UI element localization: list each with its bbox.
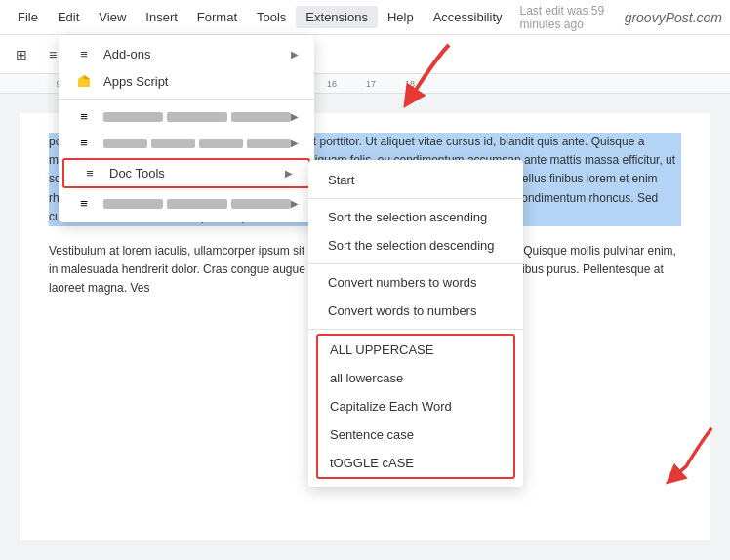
menu-item-blurred-1[interactable]: ≡ ▶ — [59, 103, 314, 130]
menu-item-addons[interactable]: ≡ Add-ons ▶ — [59, 41, 314, 67]
doctools-label: Doc Tools — [109, 166, 165, 180]
submenu-toggle[interactable]: tOGGLE cASE — [318, 449, 513, 477]
menu-item-appsscript[interactable]: Apps Script — [59, 67, 314, 95]
blurred1-arrow: ▶ — [291, 111, 299, 122]
menu-format[interactable]: Format — [187, 6, 247, 28]
ruler-tick-17: 17 — [351, 79, 390, 89]
submenu-lowercase[interactable]: all lowercase — [318, 364, 513, 392]
menu-edit[interactable]: Edit — [48, 6, 89, 28]
submenu-sentence[interactable]: Sentence case — [318, 420, 513, 449]
addons-arrow: ▶ — [291, 49, 299, 60]
doctools-arrow: ▶ — [285, 168, 293, 179]
menu-file[interactable]: File — [8, 6, 48, 28]
submenu-sep-2 — [308, 329, 523, 330]
blurred2-icon: ≡ — [74, 136, 94, 150]
submenu-uppercase[interactable]: ALL UPPERCASE — [318, 336, 513, 364]
submenu-capitalize[interactable]: Capitalize Each Word — [318, 392, 513, 420]
menu-accessibility[interactable]: Accessibility — [424, 6, 512, 28]
submenu-words-to-num[interactable]: Convert words to numbers — [308, 297, 523, 325]
addons-label: Add-ons — [103, 47, 150, 61]
blurred1-icon: ≡ — [74, 109, 94, 124]
appsscript-icon — [74, 73, 94, 89]
doctools-submenu: Start Sort the selection ascending Sort … — [308, 160, 523, 487]
addons-icon: ≡ — [74, 47, 94, 61]
menu-insert[interactable]: Insert — [136, 6, 187, 28]
last-edit-label: Last edit was 59 minutes ago — [520, 4, 625, 31]
brand-label: groovyPost.com — [625, 10, 722, 25]
appsscript-label: Apps Script — [103, 74, 168, 89]
submenu-sep-1 — [308, 263, 523, 264]
menu-separator-1 — [59, 99, 314, 100]
menu-item-blurred-2[interactable]: ≡ ▶ — [59, 130, 314, 156]
toolbar-image-btn[interactable]: ⊞ — [8, 41, 35, 68]
svg-marker-1 — [84, 75, 90, 79]
submenu-sort-desc[interactable]: Sort the selection descending — [308, 231, 523, 260]
menu-help[interactable]: Help — [378, 6, 424, 28]
extensions-menu: ≡ Add-ons ▶ Apps Script ≡ ▶ ≡ ▶ ≡ Doc T — [59, 35, 314, 222]
blurred2-arrow: ▶ — [291, 138, 299, 148]
menu-extensions[interactable]: Extensions — [296, 6, 378, 28]
submenu-sort-asc[interactable]: Sort the selection ascending — [308, 203, 523, 231]
ruler-tick-16: 16 — [312, 79, 351, 89]
submenu-sep-0 — [308, 198, 523, 199]
submenu-num-to-words[interactable]: Convert numbers to words — [308, 268, 523, 297]
submenu-case-group: ALL UPPERCASE all lowercase Capitalize E… — [316, 334, 515, 479]
menu-tools[interactable]: Tools — [247, 6, 296, 28]
submenu-start[interactable]: Start — [308, 166, 523, 194]
menu-bar: File Edit View Insert Format Tools Exten… — [0, 0, 730, 35]
menu-item-blurred-3[interactable]: ≡ ▶ — [59, 190, 314, 217]
blurred3-arrow: ▶ — [291, 198, 299, 209]
doctools-icon: ≡ — [80, 166, 100, 180]
menu-view[interactable]: View — [89, 6, 136, 28]
blurred3-icon: ≡ — [74, 196, 94, 211]
menu-item-doctools[interactable]: ≡ Doc Tools ▶ Start Sort the selection a… — [62, 158, 310, 188]
ruler-tick-18: 18 — [390, 79, 429, 89]
